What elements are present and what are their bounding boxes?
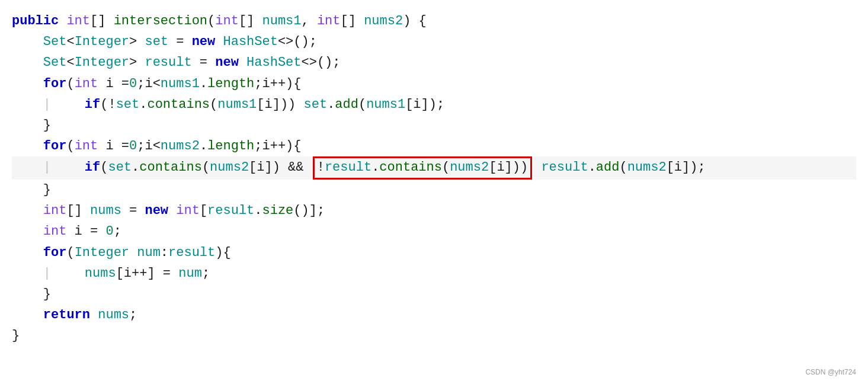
code-container: public int[] intersection(int[] nums1, i… [0, 0, 868, 384]
code-line-1: public int[] intersection(int[] nums1, i… [12, 11, 856, 31]
code-line-13: | nums[i++] = num; [12, 263, 856, 284]
code-line-15: return nums; [12, 305, 856, 325]
code-line-4: for(int i =0;i<nums1.length;i++){ [12, 73, 856, 94]
code-line-3: Set<Integer> result = new HashSet<>(); [12, 52, 856, 73]
code-line-9: } [12, 180, 856, 200]
code-line-5: | if(!set.contains(nums1[i])) set.add(nu… [12, 94, 856, 115]
code-line-10: int[] nums = new int[result.size()]; [12, 200, 856, 221]
keyword-public: public [12, 11, 59, 31]
code-line-2: Set<Integer> set = new HashSet<>(); [12, 31, 856, 52]
code-line-8: | if(set.contains(nums2[i]) && !result.c… [12, 156, 856, 180]
method-intersection: intersection [114, 11, 207, 31]
code-line-12: for(Integer num:result){ [12, 242, 856, 263]
code-line-11: int i = 0; [12, 221, 856, 242]
highlighted-expression: !result.contains(nums2[i])) [313, 156, 532, 180]
code-line-14: } [12, 284, 856, 305]
code-line-16: } [12, 325, 856, 346]
watermark: CSDN @yht724 [805, 367, 856, 378]
type-int: int [66, 11, 90, 31]
code-line-6: } [12, 115, 856, 136]
code-line-7: for(int i =0;i<nums2.length;i++){ [12, 136, 856, 156]
